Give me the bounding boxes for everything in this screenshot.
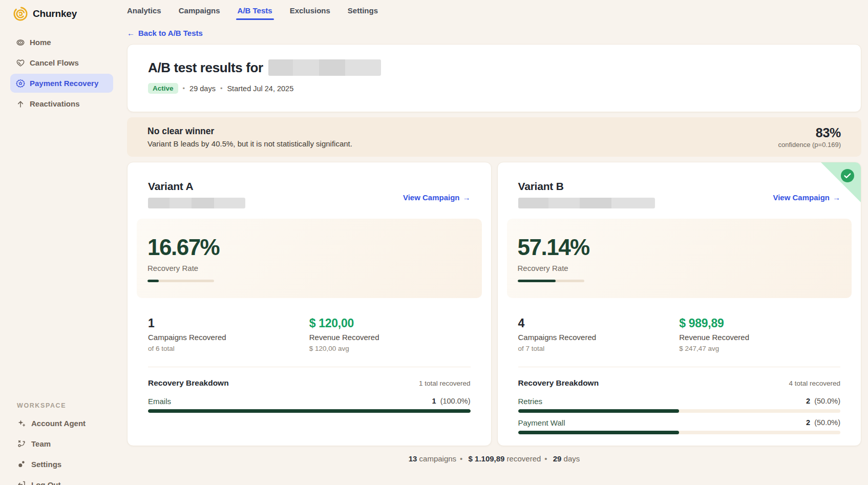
breakdown-row: Emails 1 (100.0%)	[148, 396, 471, 413]
summary-duration-value: 29	[553, 454, 562, 463]
recovery-rate-label: Recovery Rate	[147, 264, 482, 272]
variant-title: Variant A	[148, 180, 245, 193]
sidebar-item-cancel-flows[interactable]: Cancel Flows	[10, 53, 113, 72]
revenue-recovered-label: Revenue Recovered	[679, 332, 840, 343]
tab-ab-tests[interactable]: A/B Tests	[238, 6, 272, 15]
bullet-separator: •	[220, 85, 223, 92]
sidebar-item-account-agent[interactable]: Account Agent	[0, 413, 126, 433]
tab-campaigns[interactable]: Campaigns	[179, 6, 220, 15]
campaigns-recovered-label: Campaigns Recovered	[148, 332, 309, 343]
workspace-section: WORKSPACE Account Agent Team	[0, 398, 126, 485]
arrow-up-icon	[16, 99, 25, 109]
recovery-rate-progress-fill	[147, 280, 159, 282]
breakdown-bar	[518, 431, 841, 434]
breakdown-count: 1	[432, 397, 436, 405]
view-campaign-label: View Campaign	[403, 193, 460, 202]
verdict-banner: No clear winner Variant B leads by 40.5%…	[127, 117, 861, 157]
page-title: A/B test results for	[148, 59, 263, 76]
summary-revenue-label: recovered	[507, 454, 541, 463]
brand-logo-row[interactable]: Churnkey	[0, 4, 126, 24]
recovery-breakdown-total: 1 total recovered	[419, 379, 471, 387]
campaigns-recovered-value: 1	[148, 317, 309, 330]
sidebar-item-home[interactable]: Home	[10, 33, 113, 52]
breakdown-channel-label: Emails	[148, 396, 171, 406]
campaigns-recovered-label: Campaigns Recovered	[518, 332, 680, 343]
confidence-label: confidence (p=0.169)	[778, 141, 841, 149]
summary-duration-label: days	[564, 454, 580, 463]
arrow-right-icon: →	[833, 193, 840, 202]
confidence-value: 83%	[778, 125, 841, 140]
campaigns-total-sub: of 7 total	[518, 344, 680, 353]
breakdown-row: Retries 2 (50.0%)	[518, 396, 841, 413]
revenue-average-sub: $ 247,47 avg	[679, 344, 840, 353]
arrow-left-icon: ←	[127, 29, 135, 37]
sidebar-nav: Home Cancel Flows Payment Recovery	[0, 33, 126, 113]
summary-campaign-label: campaigns	[419, 454, 457, 463]
view-campaign-link[interactable]: View Campaign →	[403, 193, 471, 202]
variant-title: Variant B	[518, 180, 655, 193]
sidebar-item-label: Account Agent	[31, 419, 86, 428]
revenue-recovered-value: $ 120,00	[309, 317, 471, 330]
campaigns-total-sub: of 6 total	[148, 344, 309, 353]
recovery-breakdown-title: Recovery Breakdown	[518, 378, 599, 388]
arrow-right-icon: →	[463, 193, 471, 202]
test-duration: 29 days	[189, 85, 216, 93]
redacted-campaign-name	[148, 198, 245, 208]
winner-check-icon	[841, 169, 854, 182]
recovery-rate-label: Recovery Rate	[518, 264, 852, 272]
sidebar-item-label: Cancel Flows	[30, 58, 79, 67]
back-to-ab-tests-link[interactable]: ← Back to A/B Tests	[127, 29, 203, 37]
summary-revenue-value: $ 1.109,89	[469, 454, 505, 463]
divider	[148, 367, 471, 367]
summary-campaign-count: 13	[409, 454, 417, 463]
bullet-separator: •	[183, 85, 185, 92]
sidebar-item-reactivations[interactable]: Reactivations	[10, 94, 113, 113]
sidebar-item-label: Team	[31, 439, 51, 448]
sidebar-item-payment-recovery[interactable]: Payment Recovery	[10, 74, 113, 93]
tab-analytics[interactable]: Analytics	[127, 6, 161, 15]
breakdown-bar	[148, 409, 471, 413]
sidebar-item-settings[interactable]: Settings	[0, 454, 126, 474]
recovery-rate-value: 16.67%	[147, 234, 482, 261]
variant-b-card: Variant B View Campaign → 57.14% Recover…	[497, 162, 862, 446]
top-navigation: Analytics Campaigns A/B Tests Exclusions…	[126, 0, 868, 20]
app-root: Churnkey Home Cancel Flows	[0, 0, 868, 485]
redacted-campaign-name	[518, 198, 655, 208]
tab-exclusions[interactable]: Exclusions	[290, 6, 330, 15]
sidebar-item-label: Home	[30, 38, 51, 47]
badge-star-icon	[16, 79, 25, 88]
brand-name: Churnkey	[33, 8, 77, 19]
view-campaign-label: View Campaign	[773, 193, 830, 202]
recovery-rate-progressbar	[147, 280, 214, 282]
status-badge: Active	[148, 83, 178, 94]
recovery-rate-value: 57.14%	[518, 234, 852, 261]
sidebar-item-log-out[interactable]: Log Out	[0, 474, 126, 485]
variant-stats: 4 Campaigns Recovered of 7 total $ 989,8…	[518, 317, 841, 353]
view-campaign-link[interactable]: View Campaign →	[773, 193, 840, 202]
recovery-rate-progress-fill	[518, 280, 556, 282]
sidebar-item-label: Log Out	[31, 480, 60, 485]
breakdown-bar-fill	[518, 409, 680, 413]
recovery-rate-progressbar	[518, 280, 584, 282]
variant-a-card: Variant A View Campaign → 16.67% Recover…	[127, 162, 492, 446]
breakdown-row: Payment Wall 2 (50.0%)	[518, 418, 841, 434]
breakdown-count: 2	[806, 418, 810, 427]
back-link-label: Back to A/B Tests	[138, 29, 203, 37]
breakdown-count: 2	[806, 397, 810, 405]
variants-row: Variant A View Campaign → 16.67% Recover…	[127, 162, 861, 446]
breakdown-channel-label: Retries	[518, 396, 543, 406]
sidebar: Churnkey Home Cancel Flows	[0, 0, 126, 485]
tab-settings[interactable]: Settings	[348, 6, 378, 15]
verdict-title: No clear winner	[147, 126, 352, 137]
recovery-rate-panel: 16.67% Recovery Rate	[137, 219, 482, 298]
sidebar-item-team[interactable]: Team	[0, 433, 126, 454]
variant-stats: 1 Campaigns Recovered of 6 total $ 120,0…	[148, 317, 471, 353]
test-start-date: Started Jul 24, 2025	[227, 85, 293, 93]
breakdown-bar-fill	[148, 409, 471, 413]
campaigns-recovered-value: 4	[518, 317, 680, 330]
summary-footer: 13 campaigns• $ 1.109,89 recovered• 29 d…	[127, 454, 861, 463]
breakdown-percent: (50.0%)	[814, 397, 840, 405]
home-icon	[16, 38, 25, 47]
heart-icon	[16, 58, 25, 68]
bullet-separator: •	[544, 454, 547, 463]
